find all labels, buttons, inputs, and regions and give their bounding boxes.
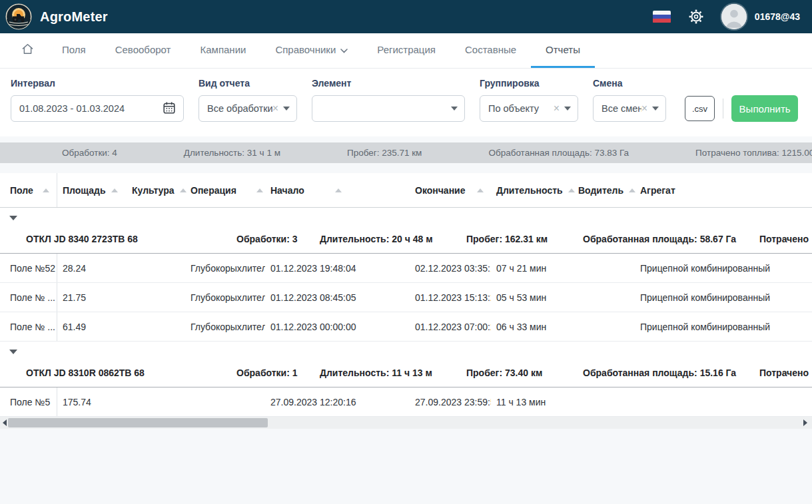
nav-home[interactable] bbox=[8, 33, 47, 68]
cell-start: 27.09.2023 12:20:16 bbox=[265, 387, 410, 416]
column-header-end[interactable]: Окончание bbox=[410, 173, 491, 207]
user-avatar[interactable] bbox=[721, 4, 747, 29]
column-header-field[interactable]: Поле bbox=[0, 173, 57, 207]
column-header-driver[interactable]: Водитель bbox=[573, 173, 635, 207]
cell-operation bbox=[185, 387, 265, 416]
clear-icon[interactable]: × bbox=[272, 103, 278, 114]
nav-item-campaigns[interactable]: Кампании bbox=[186, 33, 261, 68]
nav-item-directories[interactable]: Справочники bbox=[260, 33, 362, 68]
column-header-implement[interactable]: Агрегат bbox=[635, 173, 812, 207]
cell-culture bbox=[127, 387, 185, 416]
grouping-select[interactable]: По объекту × bbox=[480, 95, 578, 122]
toolbar-divider bbox=[723, 99, 723, 119]
group-stat-duration: Длительность: 11 ч 13 м bbox=[320, 368, 432, 378]
cell-implement: Прицепной комбинированный bbox=[635, 283, 812, 312]
group-row: ОТКЛ JD 8310R 0862ТВ 68 Обработки: 1 Дли… bbox=[0, 342, 812, 387]
column-header-duration[interactable]: Длительность bbox=[491, 173, 573, 207]
interval-value: 01.08.2023 - 01.03.2024 bbox=[19, 103, 162, 114]
group-stat-duration: Длительность: 20 ч 48 м bbox=[320, 234, 433, 244]
cell-driver bbox=[573, 283, 635, 312]
group-stat-area: Обработанная площадь: 15.16 Га bbox=[583, 368, 736, 378]
app-header: AgroMeter 01678@43 bbox=[0, 0, 812, 33]
export-csv-button[interactable]: .csv bbox=[685, 96, 715, 121]
nav-item-reports[interactable]: Отчеты bbox=[531, 33, 595, 68]
scroll-left-arrow-icon[interactable] bbox=[3, 419, 7, 426]
grouping-value: По объекту bbox=[488, 103, 554, 114]
group-name: ОТКЛ JD 8340 2723ТВ 68 bbox=[26, 234, 138, 244]
group-stat-fuel: Потрачено bbox=[759, 234, 809, 244]
group-stat-mileage: Пробег: 73.40 км bbox=[466, 368, 542, 378]
cell-end: 02.12.2023 03:35:15 bbox=[410, 254, 491, 282]
totals-summary-bar: Обработки: 4 Длительность: 31 ч 1 м Проб… bbox=[0, 142, 812, 163]
summary-area: Обработанная площадь: 73.83 Га bbox=[455, 148, 662, 158]
summary-treatments: Обработки: 4 bbox=[62, 148, 151, 158]
nav-item-crop-rotation[interactable]: Севооборот bbox=[101, 33, 186, 68]
cell-culture bbox=[127, 312, 185, 341]
cell-operation: Глубокорыхлитель bbox=[185, 254, 265, 282]
column-header-culture[interactable]: Культура bbox=[127, 173, 185, 207]
column-header-operation[interactable]: Операция bbox=[185, 173, 265, 207]
cell-area: 61.49 bbox=[57, 312, 127, 341]
language-flag-icon[interactable] bbox=[653, 11, 671, 23]
cell-culture bbox=[127, 283, 185, 312]
group-stat-area: Обработанная площадь: 58.67 Га bbox=[583, 234, 736, 244]
cell-implement bbox=[635, 387, 812, 416]
horizontal-scrollbar[interactable] bbox=[0, 417, 812, 429]
group-stat-fuel: Потрачено bbox=[759, 368, 809, 378]
shift-select[interactable]: Все смены × bbox=[593, 95, 666, 122]
cell-duration: 05 ч 53 мин bbox=[491, 283, 573, 312]
scroll-right-arrow-icon[interactable] bbox=[803, 419, 807, 426]
clear-icon[interactable]: × bbox=[554, 103, 560, 114]
group-name: ОТКЛ JD 8310R 0862ТВ 68 bbox=[26, 368, 145, 378]
cell-implement: Прицепной комбинированный bbox=[635, 312, 812, 341]
interval-date-range-input[interactable]: 01.08.2023 - 01.03.2024 bbox=[11, 95, 184, 122]
collapse-group-icon[interactable] bbox=[9, 350, 17, 354]
cell-duration: 11 ч 13 мин bbox=[491, 387, 573, 416]
shift-label: Смена bbox=[593, 78, 666, 89]
report-type-select[interactable]: Все обработки × bbox=[199, 95, 297, 122]
cell-start: 01.12.2023 00:00:00 bbox=[265, 312, 410, 341]
chevron-down-icon bbox=[340, 44, 348, 55]
cell-operation: Глубокорыхлитель bbox=[185, 283, 265, 312]
cell-end: 01.12.2023 15:13:29 bbox=[410, 283, 491, 312]
settings-gear-icon[interactable] bbox=[688, 9, 704, 25]
summary-fuel: Потрачено топлива: 1215.00 л bbox=[662, 148, 812, 158]
cell-field: Поле № ... bbox=[0, 283, 57, 312]
caret-down-icon bbox=[564, 107, 571, 111]
sort-icon bbox=[335, 188, 342, 192]
cell-operation: Глубокорыхлитель bbox=[185, 312, 265, 341]
nav-item-fields[interactable]: Поля bbox=[47, 33, 101, 68]
table-row: Поле №5 175.74 27.09.2023 12:20:16 27.09… bbox=[0, 387, 812, 417]
sort-icon bbox=[477, 188, 484, 192]
username-label: 01678@43 bbox=[755, 11, 800, 22]
caret-down-icon bbox=[652, 107, 659, 111]
element-select[interactable] bbox=[312, 95, 465, 122]
scrollbar-thumb[interactable] bbox=[8, 418, 268, 427]
table-row: Поле № ... 21.75 Глубокорыхлитель 01.12.… bbox=[0, 283, 812, 312]
cell-area: 28.24 bbox=[57, 254, 127, 282]
summary-mileage: Пробег: 235.71 км bbox=[314, 148, 455, 158]
table-header-row: Поле Площадь Культура Операция Начало Ок… bbox=[0, 173, 812, 208]
cell-start: 01.12.2023 08:45:05 bbox=[265, 283, 410, 312]
shift-value: Все смены bbox=[602, 103, 641, 114]
group-stat-mileage: Пробег: 162.31 км bbox=[466, 234, 548, 244]
clear-icon[interactable]: × bbox=[641, 103, 647, 114]
column-header-area[interactable]: Площадь bbox=[57, 173, 127, 207]
report-type-value: Все обработки bbox=[207, 103, 272, 114]
calendar-icon[interactable] bbox=[162, 101, 177, 117]
report-type-label: Вид отчета bbox=[199, 78, 297, 89]
interval-label: Интервал bbox=[11, 78, 184, 89]
group-stat-treatments: Обработки: 3 bbox=[236, 234, 298, 244]
nav-item-composite[interactable]: Составные bbox=[450, 33, 531, 68]
cell-area: 175.74 bbox=[57, 387, 127, 416]
nav-item-registration[interactable]: Регистрация bbox=[362, 33, 450, 68]
column-header-start[interactable]: Начало bbox=[265, 173, 410, 207]
run-report-button[interactable]: Выполнить bbox=[731, 95, 798, 122]
summary-duration: Длительность: 31 ч 1 м bbox=[151, 148, 314, 158]
home-icon bbox=[21, 43, 34, 57]
cell-driver bbox=[573, 387, 635, 416]
cell-field: Поле №5 bbox=[0, 387, 57, 416]
caret-down-icon bbox=[283, 107, 290, 111]
cell-duration: 07 ч 21 мин bbox=[491, 254, 573, 282]
collapse-group-icon[interactable] bbox=[9, 216, 17, 220]
